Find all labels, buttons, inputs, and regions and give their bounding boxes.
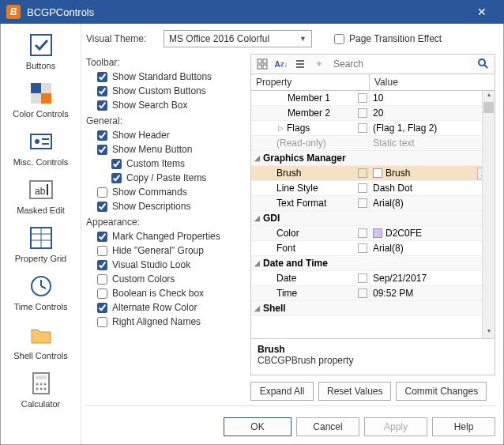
- grid-row[interactable]: (Read-only)Static text: [251, 136, 495, 151]
- property-value[interactable]: Arial(8): [373, 198, 404, 209]
- expand-all-button[interactable]: Expand All: [250, 382, 314, 401]
- property-value[interactable]: 20: [373, 107, 383, 119]
- grid-row[interactable]: Line StyleDash Dot: [251, 181, 495, 196]
- option-custom-items[interactable]: Custom Items: [86, 157, 241, 171]
- property-name: Date: [276, 273, 296, 284]
- expander-icon[interactable]: ▷: [276, 124, 285, 133]
- sidebar-item-misc-controls[interactable]: Misc. Controls: [1, 123, 81, 172]
- property-value[interactable]: 10: [373, 92, 383, 104]
- property-value[interactable]: 09:52 PM: [373, 288, 413, 299]
- visual-theme-combo[interactable]: MS Office 2016 Colorful ▼: [164, 30, 312, 47]
- property-value[interactable]: Sep/21/2017: [373, 273, 427, 284]
- ok-button[interactable]: OK: [224, 417, 291, 436]
- checkbox-input[interactable]: [111, 173, 122, 183]
- checkbox-input[interactable]: [97, 274, 107, 285]
- sidebar-item-buttons[interactable]: Buttons: [1, 27, 81, 75]
- option-copy-paste-items[interactable]: Copy / Paste Items: [86, 171, 241, 185]
- grid-row[interactable]: DateSep/21/2017: [251, 271, 495, 286]
- close-icon[interactable]: ✕: [466, 6, 498, 18]
- option-show-descriptions[interactable]: Show Descriptions: [86, 199, 241, 213]
- option-alternate-row-color[interactable]: Alternate Row Color: [86, 300, 241, 315]
- header-value[interactable]: Value: [370, 74, 495, 90]
- checkbox-input[interactable]: [111, 159, 122, 169]
- option-show-custom-buttons[interactable]: Show Custom Buttons: [86, 84, 241, 98]
- cancel-button[interactable]: Cancel: [296, 417, 359, 436]
- property-value[interactable]: Static text: [373, 138, 415, 149]
- reset-values-button[interactable]: Reset Values: [318, 382, 391, 401]
- svg-rect-27: [258, 59, 261, 63]
- checkbox-input[interactable]: [97, 100, 107, 111]
- property-value[interactable]: Brush: [386, 168, 410, 179]
- option-right-aligned-names[interactable]: Right Aligned Names: [86, 315, 241, 329]
- expander-icon[interactable]: ◢: [253, 304, 261, 313]
- page-transition-checkbox[interactable]: Page Transition Effect: [334, 33, 442, 44]
- header-property[interactable]: Property: [251, 74, 370, 90]
- search-icon[interactable]: [474, 58, 491, 71]
- grid-row[interactable]: ▷Flags(Flag 1, Flag 2): [251, 121, 495, 136]
- grid-row[interactable]: BrushBrush...: [251, 166, 495, 181]
- option-custom-colors[interactable]: Custom Colors: [86, 272, 241, 286]
- grid-category-row[interactable]: ◢Date and Time: [251, 256, 495, 271]
- checkbox-input[interactable]: [97, 303, 107, 313]
- checkbox-input[interactable]: [97, 86, 107, 96]
- checkbox-input[interactable]: [97, 72, 107, 82]
- sidebar-item-color-controls[interactable]: Color Controls: [1, 75, 81, 123]
- grid-row[interactable]: ColorD2C0FE: [251, 226, 495, 241]
- checkbox-input[interactable]: [97, 317, 107, 327]
- option-show-standard-buttons[interactable]: Show Standard Buttons: [86, 70, 241, 84]
- option-show-header[interactable]: Show Header: [86, 128, 241, 142]
- property-value[interactable]: (Flag 1, Flag 2): [373, 123, 437, 134]
- checkbox-input[interactable]: [97, 145, 107, 155]
- visual-theme-label: Visual Theme:: [86, 33, 157, 44]
- help-button[interactable]: Help: [432, 417, 495, 436]
- alphabetical-icon[interactable]: AZ↓: [273, 56, 289, 72]
- menu-icon[interactable]: [292, 56, 308, 72]
- categorized-icon[interactable]: [254, 56, 270, 72]
- property-value[interactable]: Arial(8): [373, 243, 404, 254]
- vertical-scrollbar[interactable]: ▴ ▾: [482, 91, 495, 338]
- option-visual-studio-look[interactable]: Visual Studio Look: [86, 258, 241, 272]
- scroll-down-icon[interactable]: ▾: [483, 327, 495, 338]
- sidebar-item-calculator[interactable]: Calculator: [1, 365, 81, 413]
- sidebar-item-time-controls[interactable]: Time Controls: [1, 268, 81, 316]
- checkbox-input[interactable]: [97, 202, 107, 212]
- scroll-thumb[interactable]: [483, 102, 494, 113]
- option-show-commands[interactable]: Show Commands: [86, 185, 241, 199]
- grid-row[interactable]: Time09:52 PM: [251, 286, 495, 301]
- svg-point-22: [39, 383, 42, 385]
- sidebar-item-property-grid[interactable]: Property Grid: [1, 220, 81, 268]
- property-value[interactable]: Dash Dot: [373, 183, 412, 194]
- checkbox-input[interactable]: [97, 246, 107, 256]
- expander-icon[interactable]: ◢: [253, 154, 261, 163]
- grid-row[interactable]: Text FormatArial(8): [251, 196, 495, 211]
- option-show-menu-button[interactable]: Show Menu Button: [86, 142, 241, 157]
- grid-category-row[interactable]: ◢Shell: [251, 301, 495, 316]
- grid-row[interactable]: Member 220: [251, 106, 495, 121]
- grid-body[interactable]: Member 110Member 220▷Flags(Flag 1, Flag …: [250, 91, 495, 339]
- property-value[interactable]: D2C0FE: [386, 228, 422, 239]
- apply-button[interactable]: Apply: [364, 417, 427, 436]
- wand-icon[interactable]: ✦: [311, 56, 327, 72]
- commit-changes-button[interactable]: Commit Changes: [396, 382, 487, 401]
- grid-row[interactable]: Member 110: [251, 91, 495, 106]
- page-transition-input[interactable]: [334, 34, 344, 44]
- option-hide-general-group[interactable]: Hide "General" Group: [86, 243, 241, 258]
- scroll-up-icon[interactable]: ▴: [483, 91, 495, 102]
- option-boolean-is-check-box[interactable]: Boolean is Check box: [86, 286, 241, 300]
- property-name: GDI: [263, 213, 280, 224]
- checkbox-input[interactable]: [97, 288, 107, 299]
- grid-row[interactable]: FontArial(8): [251, 241, 495, 256]
- expander-icon[interactable]: ◢: [253, 214, 261, 223]
- checkbox-input[interactable]: [97, 232, 107, 242]
- grid-category-row[interactable]: ◢GDI: [251, 211, 495, 226]
- checkbox-input[interactable]: [97, 260, 107, 270]
- sidebar-item-masked-edit[interactable]: abMasked Edit: [1, 172, 81, 220]
- option-show-search-box[interactable]: Show Search Box: [86, 98, 241, 112]
- sidebar-item-shell-controls[interactable]: Shell Controls: [1, 317, 81, 365]
- expander-icon[interactable]: ◢: [253, 259, 261, 268]
- option-mark-changed-properties[interactable]: Mark Changed Properties: [86, 229, 241, 243]
- grid-category-row[interactable]: ◢Graphics Manager: [251, 151, 495, 166]
- checkbox-input[interactable]: [97, 187, 107, 198]
- checkbox-input[interactable]: [97, 130, 107, 141]
- search-input[interactable]: [330, 56, 471, 72]
